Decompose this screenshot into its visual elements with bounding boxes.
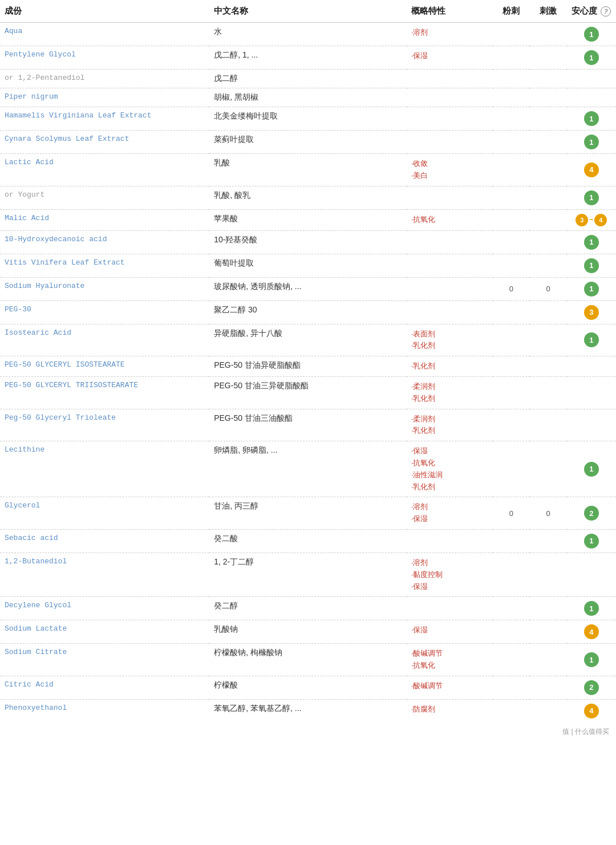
ingredient-name[interactable]: Sodium Citrate bbox=[0, 644, 209, 676]
ingredient-name[interactable]: Sodium Lactate bbox=[0, 620, 209, 644]
ingredient-name[interactable]: Lactic Acid bbox=[0, 154, 209, 186]
safety-badge: 1 bbox=[584, 258, 599, 273]
chinese-name: 乳酸, 酸乳 bbox=[209, 186, 407, 209]
table-row: Malic Acid苹果酸·抗氧化 3 ~ 4 bbox=[0, 209, 616, 230]
table-row: 1,2-Butanediol1, 2-丁二醇·溶剂·黏度控制·保湿 bbox=[0, 552, 616, 596]
chinese-name: 胡椒, 黑胡椒 bbox=[209, 88, 407, 107]
feature-item: ·酸碱调节 bbox=[411, 648, 488, 660]
table-row: Cynara Scolymus Leaf Extract菜蓟叶提取1 bbox=[0, 131, 616, 154]
ingredient-name[interactable]: Lecithine bbox=[0, 441, 209, 497]
feature-list bbox=[407, 230, 493, 254]
ingredient-name[interactable]: or Yogurt bbox=[0, 186, 209, 209]
ingredient-name[interactable]: Peg-50 Glyceryl Trioleate bbox=[0, 409, 209, 441]
feature-list: ·防腐剂 bbox=[407, 699, 493, 722]
feature-item: ·柔润剂 bbox=[411, 413, 488, 425]
safety-value: 2 bbox=[567, 676, 616, 699]
feature-list: ·溶剂·保湿 bbox=[407, 497, 493, 530]
chinese-name: 10-羟基癸酸 bbox=[209, 230, 407, 254]
powder-value bbox=[493, 70, 530, 88]
ingredient-name[interactable]: Glycerol bbox=[0, 497, 209, 530]
table-row: or Yogurt乳酸, 酸乳1 bbox=[0, 186, 616, 209]
irritate-value bbox=[530, 552, 567, 596]
feature-item: ·收敛 bbox=[411, 158, 488, 170]
ingredient-name[interactable]: Malic Acid bbox=[0, 209, 209, 230]
table-row: Sodium Hyaluronate玻尿酸钠, 透明质酸钠, ...001 bbox=[0, 277, 616, 300]
feature-list: ·溶剂 bbox=[407, 23, 493, 46]
feature-list bbox=[407, 88, 493, 107]
feature-item: ·溶剂 bbox=[411, 557, 488, 569]
chinese-name: 菜蓟叶提取 bbox=[209, 131, 407, 154]
powder-value bbox=[493, 186, 530, 209]
safety-value: 1 bbox=[567, 597, 616, 620]
safety-value bbox=[567, 376, 616, 409]
safety-value: 3 ~ 4 bbox=[567, 209, 616, 230]
table-row: PEG-50 GLYCERYL TRIISOSTEARATEPEG-50 甘油三… bbox=[0, 376, 616, 409]
chinese-name: 戊二醇, 1, ... bbox=[209, 46, 407, 70]
table-header: 成份 中文名称 概略特性 粉刺 刺激 安心度 ? bbox=[0, 0, 616, 23]
ingredient-name[interactable]: Hamamelis Virginiana Leaf Extract bbox=[0, 107, 209, 131]
table-row: Piper nigrum胡椒, 黑胡椒 bbox=[0, 88, 616, 107]
ingredient-name[interactable]: Piper nigrum bbox=[0, 88, 209, 107]
feature-item: ·乳化剂 bbox=[411, 425, 488, 437]
feature-list: ·酸碱调节 bbox=[407, 676, 493, 699]
chinese-name: 乳酸钠 bbox=[209, 620, 407, 644]
safety-badge: 2 bbox=[584, 506, 599, 521]
ingredient-name[interactable]: Citric Acid bbox=[0, 676, 209, 699]
chinese-name: 北美金缕梅叶提取 bbox=[209, 107, 407, 131]
safety-info-icon[interactable]: ? bbox=[601, 6, 611, 17]
safety-value: 1 bbox=[567, 107, 616, 131]
header-irritate: 刺激 bbox=[530, 0, 567, 23]
feature-item: ·保湿 bbox=[411, 445, 488, 457]
safety-range-from: 3 bbox=[576, 214, 588, 226]
chinese-name: 异硬脂酸, 异十八酸 bbox=[209, 324, 407, 356]
ingredient-name[interactable]: Vitis Vinifera Leaf Extract bbox=[0, 254, 209, 277]
feature-item: ·表面剂 bbox=[411, 328, 488, 340]
chinese-name: 癸二酸 bbox=[209, 529, 407, 552]
ingredient-name[interactable]: PEG-50 GLYCERYL ISOSTEARATE bbox=[0, 356, 209, 377]
powder-value bbox=[493, 107, 530, 131]
ingredient-name[interactable]: PEG-50 GLYCERYL TRIISOSTEARATE bbox=[0, 376, 209, 409]
feature-list: ·抗氧化 bbox=[407, 209, 493, 230]
ingredient-name[interactable]: Phenoxyethanol bbox=[0, 699, 209, 722]
chinese-name: 葡萄叶提取 bbox=[209, 254, 407, 277]
irritate-value bbox=[530, 107, 567, 131]
feature-list bbox=[407, 300, 493, 324]
ingredient-name[interactable]: 1,2-Butanediol bbox=[0, 552, 209, 596]
irritate-value bbox=[530, 644, 567, 676]
irritate-value bbox=[530, 376, 567, 409]
safety-badge: 4 bbox=[584, 624, 599, 639]
ingredient-name[interactable]: or 1,2-Pentanediol bbox=[0, 70, 209, 88]
ingredient-name[interactable]: Sebacic acid bbox=[0, 529, 209, 552]
ingredient-name[interactable]: PEG-30 bbox=[0, 300, 209, 324]
table-row: Lactic Acid乳酸·收敛·美白4 bbox=[0, 154, 616, 186]
powder-value bbox=[493, 46, 530, 70]
safety-badge: 1 bbox=[584, 50, 599, 65]
feature-list: ·乳化剂 bbox=[407, 356, 493, 377]
feature-item: ·抗氧化 bbox=[411, 457, 488, 469]
feature-list: ·柔润剂·乳化剂 bbox=[407, 376, 493, 409]
ingredient-name[interactable]: Decylene Glycol bbox=[0, 597, 209, 620]
ingredient-name[interactable]: Isostearic Acid bbox=[0, 324, 209, 356]
ingredient-name[interactable]: Aqua bbox=[0, 23, 209, 46]
safety-range-to: 4 bbox=[594, 214, 607, 226]
feature-item: ·黏度控制 bbox=[411, 569, 488, 581]
table-row: Phenoxyethanol苯氧乙醇, 苯氧基乙醇, ...·防腐剂4 bbox=[0, 699, 616, 722]
irritate-value: 0 bbox=[530, 497, 567, 530]
ingredient-name[interactable]: 10-Hydroxydecanoic acid bbox=[0, 230, 209, 254]
safety-badge: 1 bbox=[584, 601, 599, 616]
ingredient-name[interactable]: Sodium Hyaluronate bbox=[0, 277, 209, 300]
table-row: or 1,2-Pentanediol戊二醇 bbox=[0, 70, 616, 88]
table-row: PEG-30聚乙二醇 303 bbox=[0, 300, 616, 324]
table-body: Aqua水·溶剂1Pentylene Glycol戊二醇, 1, ...·保湿1… bbox=[0, 23, 616, 722]
safety-badge: 1 bbox=[584, 282, 599, 296]
chinese-name: 1, 2-丁二醇 bbox=[209, 552, 407, 596]
ingredient-name[interactable]: Cynara Scolymus Leaf Extract bbox=[0, 131, 209, 154]
ingredient-name[interactable]: Pentylene Glycol bbox=[0, 46, 209, 70]
feature-item: ·抗氧化 bbox=[411, 214, 488, 226]
feature-list: ·保湿·抗氧化·油性滋润·乳化剂 bbox=[407, 441, 493, 497]
feature-list bbox=[407, 70, 493, 88]
chinese-name: 癸二醇 bbox=[209, 597, 407, 620]
irritate-value bbox=[530, 209, 567, 230]
feature-list: ·柔润剂·乳化剂 bbox=[407, 409, 493, 441]
chinese-name: PEG-50 甘油三异硬脂酸酯 bbox=[209, 376, 407, 409]
